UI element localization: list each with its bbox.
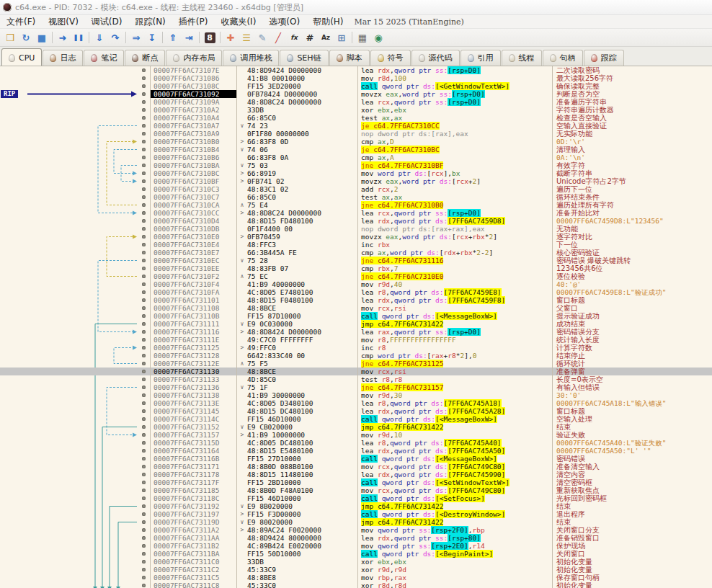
disasm-row[interactable]: 00007FF6AC7310BC>66:8919mov word ptr ds:…	[0, 169, 712, 177]
disasm-row[interactable]: 00007FF6AC7310CC>48:8D8C24 D0000000lea r…	[0, 209, 712, 217]
breakpoint-dot-cell[interactable]	[137, 201, 150, 209]
breakpoint-dot-cell[interactable]	[137, 478, 150, 486]
breakpoint-dot[interactable]	[142, 465, 146, 468]
menu-item[interactable]: 调试(D)	[85, 15, 129, 28]
step-over-icon[interactable]: ↷	[107, 30, 123, 45]
world-icon[interactable]: ◉	[370, 30, 386, 45]
breakpoint-dot-cell[interactable]	[137, 423, 150, 431]
tab-symbols[interactable]: 符号	[370, 50, 411, 66]
breakpoint-dot-cell[interactable]	[137, 153, 150, 161]
disasm-row[interactable]: 00007FF6AC731116>48:8D8424 D0000000lea r…	[0, 328, 712, 336]
disasm-row[interactable]: 00007FF6AC7310A466:85C0test ax,ax检查是否空输入	[0, 114, 712, 122]
breakpoint-dot-cell[interactable]	[137, 217, 150, 225]
breakpoint-dot-cell[interactable]	[137, 447, 150, 455]
breakpoint-dot[interactable]	[142, 227, 146, 231]
disasm-row[interactable]: 00007FF6AC73119D∨E9 80020000jmp c64.7FF6…	[0, 518, 712, 526]
disasm-row[interactable]: 00007FF6AC7310EC∨75 28jne c64.7FF6AC7311…	[0, 257, 712, 264]
menu-item[interactable]: 插件(P)	[172, 15, 215, 28]
memory-reference-icon[interactable]: ⊞	[334, 30, 350, 45]
disasm-row[interactable]: 00007FF6AC73114CFF15 46D10000call qword …	[0, 415, 712, 423]
breakpoint-dot-cell[interactable]	[137, 138, 150, 146]
breakpoint-dot[interactable]	[142, 576, 146, 579]
breakpoint-dot[interactable]	[142, 298, 146, 302]
function-fx-icon[interactable]: fx	[286, 30, 302, 45]
breakpoint-dot-cell[interactable]	[137, 193, 150, 201]
breakpoint-dot-cell[interactable]	[137, 209, 150, 217]
disasm-row[interactable]: 00007FF6AC7310920FB78424 D0000000movzx e…	[0, 90, 712, 98]
breakpoint-dot-cell[interactable]	[137, 264, 150, 272]
breakpoint-dot[interactable]	[142, 433, 146, 437]
breakpoint-dot-cell[interactable]	[137, 399, 150, 407]
breakpoint-dot-cell[interactable]	[137, 177, 150, 185]
breakpoint-dot-cell[interactable]	[137, 304, 150, 312]
breakpoint-dot[interactable]	[142, 282, 146, 286]
breakpoint-dot-cell[interactable]	[137, 439, 150, 447]
step-out-icon[interactable]: ↧	[144, 30, 160, 45]
disasm-row[interactable]: 00007FF6AC73118548:8B0D F48A0100mov rcx,…	[0, 486, 712, 494]
breakpoint-dot[interactable]	[142, 489, 146, 492]
disasm-row[interactable]: 00007FF6AC7311B24C:89B424 E0020000mov qw…	[0, 542, 712, 550]
breakpoint-dot[interactable]	[142, 140, 146, 143]
breakpoint-dot[interactable]	[142, 172, 146, 175]
restart-icon[interactable]: ↻	[18, 30, 34, 45]
hash-icon[interactable]: #	[302, 30, 318, 45]
execute-till-return-icon[interactable]: ⇑	[165, 30, 181, 45]
breakpoint-dot-cell[interactable]	[137, 257, 150, 264]
disasm-row[interactable]: 00007FF6AC7310E448:FFC3inc rbx下一位	[0, 241, 712, 249]
disasm-row[interactable]: 00007FF6AC73113E4C:8D05 D3480100lea r8,q…	[0, 399, 712, 407]
breakpoint-dot-cell[interactable]	[137, 471, 150, 478]
breakpoint-dot[interactable]	[142, 568, 146, 571]
open-file-icon[interactable]: ❒	[2, 30, 18, 45]
tab-cpu[interactable]: CPU	[1, 48, 42, 66]
tab-references[interactable]: 引用	[460, 50, 501, 66]
breakpoint-dot[interactable]	[142, 354, 146, 357]
breakpoint-dot-cell[interactable]	[137, 336, 150, 344]
disasm-row[interactable]: 00007FF6AC7310EE48:83FB 07cmp rbx,712345…	[0, 264, 712, 272]
breakpoint-dot[interactable]	[142, 425, 146, 429]
breakpoint-dot-cell[interactable]	[137, 320, 150, 328]
breakpoint-dot-cell[interactable]	[137, 241, 150, 249]
breakpoint-dot-cell[interactable]	[137, 582, 150, 588]
breakpoint-dot-cell[interactable]	[137, 550, 150, 558]
breakpoint-dot-cell[interactable]	[137, 74, 150, 82]
comments-icon[interactable]: ☰	[239, 30, 254, 45]
disasm-row[interactable]: 00007FF6AC731152∨E9 CB020000jmp c64.7FF6…	[0, 423, 712, 431]
breakpoint-dot-cell[interactable]	[137, 383, 150, 391]
patch-icon[interactable]: ✚	[223, 30, 239, 45]
breakpoint-dot-cell[interactable]	[137, 225, 150, 233]
tab-breakpoints[interactable]: 断点	[125, 50, 165, 66]
disasm-row[interactable]: 00007FF6AC7310FA4C:8D05 E7480100lea r8,q…	[0, 288, 712, 296]
menu-item[interactable]: 帮助(H)	[306, 15, 350, 28]
breakpoint-dot-cell[interactable]	[137, 518, 150, 526]
disasm-row[interactable]: 00007FF6AC73112E∧75 F5jne c64.7FF6AC7311…	[0, 360, 712, 368]
breakpoint-dot-cell[interactable]	[137, 455, 150, 463]
breakpoint-dot-cell[interactable]	[137, 90, 150, 98]
breakpoint-dot[interactable]	[142, 370, 146, 373]
disasm-row[interactable]: 00007FF6AC7311286642:833C40 00cmp word p…	[0, 352, 712, 360]
breakpoint-dot[interactable]	[142, 195, 146, 199]
breakpoint-dot-cell[interactable]	[137, 288, 150, 296]
breakpoint-dot[interactable]	[142, 68, 146, 72]
breakpoint-dot-cell[interactable]	[137, 328, 150, 336]
breakpoint-dot-cell[interactable]	[137, 431, 150, 439]
tab-seh-chain[interactable]: SEH链	[280, 50, 328, 66]
disasm-row[interactable]: 00007FF6AC731111∨E9 0C030000jmp c64.7FF6…	[0, 320, 712, 328]
breakpoint-dot-cell[interactable]	[137, 494, 150, 502]
breakpoint-dot[interactable]	[142, 584, 146, 587]
breakpoint-dot[interactable]	[142, 528, 146, 532]
breakpoint-dot-cell[interactable]	[137, 130, 150, 138]
breakpoint-dot[interactable]	[142, 164, 146, 167]
tab-trace[interactable]: 跟踪	[584, 50, 624, 66]
disasm-row[interactable]: 00007FF6AC7311C548:8BE8mov rbp,rax保存窗口句柄	[0, 574, 712, 582]
breakpoint-dot[interactable]	[142, 473, 146, 476]
breakpoint-dot-cell[interactable]	[137, 280, 150, 288]
breakpoint-dot[interactable]	[142, 108, 146, 112]
disasm-row[interactable]: 00007FF6AC731192∨E9 8B020000jmp c64.7FF6…	[0, 502, 712, 510]
breakpoint-dot[interactable]	[142, 393, 146, 397]
disasm-row[interactable]: 00007FF6AC7310D448:8D15 FD480100lea rdx,…	[0, 217, 712, 225]
breakpoint-dot-cell[interactable]	[137, 296, 150, 304]
menu-item[interactable]: 文件(F)	[0, 15, 42, 28]
disasm-row[interactable]: 00007FF6AC73113841:B9 30000000mov r9d,30…	[0, 391, 712, 399]
breakpoint-dot-cell[interactable]	[137, 66, 150, 74]
breakpoint-dot[interactable]	[142, 179, 146, 183]
